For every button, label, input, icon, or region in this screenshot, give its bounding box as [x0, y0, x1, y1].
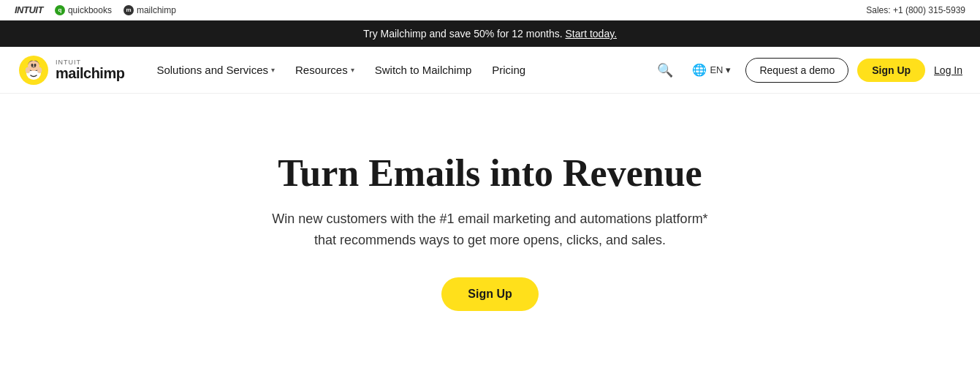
quickbooks-dot-icon: q	[55, 5, 65, 15]
promo-link[interactable]: Start today.	[565, 28, 617, 40]
nav-resources-label: Resources	[295, 64, 348, 76]
lang-chevron-icon: ▾	[726, 64, 731, 75]
promo-banner: Try Mailchimp and save 50% for 12 months…	[0, 20, 980, 47]
login-link[interactable]: Log In	[934, 64, 962, 76]
svg-point-8	[28, 61, 39, 71]
nav-solutions-label: Solutions and Services	[156, 64, 268, 76]
request-demo-button[interactable]: Request a demo	[745, 58, 848, 83]
nav-resources[interactable]: Resources ▾	[286, 58, 363, 82]
nav-switch-label: Switch to Mailchimp	[375, 64, 472, 76]
mailchimp-brand-dot-icon: m	[124, 5, 134, 15]
sales-contact: Sales: +1 (800) 315-5939	[866, 5, 965, 15]
promo-text: Try Mailchimp and save 50% for 12 months…	[363, 28, 563, 40]
logo[interactable]: INTUIT mailchimp	[18, 54, 124, 86]
nav-pricing-label: Pricing	[492, 64, 525, 76]
nav-signup-button[interactable]: Sign Up	[857, 59, 925, 82]
mailchimp-monkey-icon	[18, 54, 50, 86]
search-icon: 🔍	[657, 62, 673, 78]
hero-title: Turn Emails into Revenue	[278, 152, 702, 194]
quickbooks-label: quickbooks	[68, 5, 112, 15]
nav-solutions-and-services[interactable]: Solutions and Services ▾	[148, 58, 284, 82]
hero-signup-button[interactable]: Sign Up	[441, 277, 538, 311]
svg-point-10	[34, 64, 37, 67]
nav-switch-to-mailchimp[interactable]: Switch to Mailchimp	[366, 58, 481, 82]
logo-text: INTUIT mailchimp	[56, 59, 124, 80]
quickbooks-link[interactable]: q quickbooks	[55, 5, 112, 15]
hero-section: Turn Emails into Revenue Win new custome…	[0, 94, 980, 370]
sales-text: Sales: +1 (800) 315-5939	[866, 5, 965, 15]
hero-subtitle: Win new customers with the #1 email mark…	[271, 209, 710, 251]
brand-links: INTUIT q quickbooks m mailchimp	[15, 4, 176, 15]
logo-mailchimp-text: mailchimp	[56, 66, 124, 80]
intuit-logo: INTUIT	[15, 4, 43, 15]
language-label: EN	[710, 64, 723, 75]
search-button[interactable]: 🔍	[653, 58, 677, 83]
language-selector[interactable]: 🌐 EN ▾	[686, 59, 737, 81]
solutions-chevron-icon: ▾	[271, 66, 275, 74]
resources-chevron-icon: ▾	[351, 66, 354, 74]
nav-links: Solutions and Services ▾ Resources ▾ Swi…	[148, 58, 653, 82]
top-brand-bar: INTUIT q quickbooks m mailchimp Sales: +…	[0, 0, 980, 20]
mailchimp-brand-link[interactable]: m mailchimp	[124, 5, 176, 15]
mailchimp-brand-label: mailchimp	[137, 5, 176, 15]
nav-pricing[interactable]: Pricing	[483, 58, 534, 82]
svg-point-9	[31, 64, 34, 67]
globe-icon: 🌐	[692, 63, 707, 77]
nav-right-actions: 🔍 🌐 EN ▾ Request a demo Sign Up Log In	[653, 58, 962, 83]
main-navigation: INTUIT mailchimp Solutions and Services …	[0, 47, 980, 94]
